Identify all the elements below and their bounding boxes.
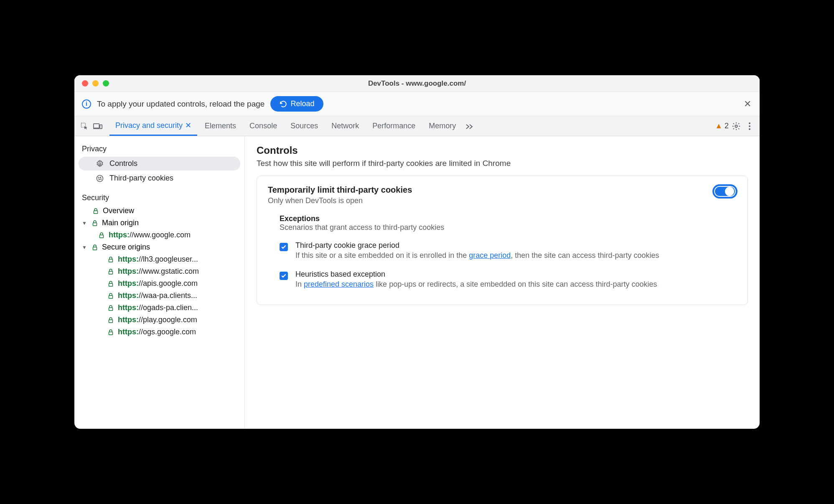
more-tabs-icon[interactable] <box>463 120 475 132</box>
lock-icon <box>107 268 114 275</box>
card-title: Temporarily limit third-party cookies <box>268 185 713 195</box>
tab-console[interactable]: Console <box>244 116 283 136</box>
device-toolbar-icon[interactable] <box>92 120 104 132</box>
origin-host: //ogads-pa.clien... <box>139 303 198 312</box>
close-window-button[interactable] <box>82 80 88 87</box>
tab-label: Performance <box>372 122 415 130</box>
sidebar-item-overview[interactable]: Overview <box>74 205 244 217</box>
origin-main[interactable]: https://www.google.com <box>74 229 244 241</box>
gear-icon <box>95 160 104 168</box>
lock-icon <box>107 280 114 288</box>
lock-icon <box>91 244 99 251</box>
exceptions-subtitle: Scenarios that grant access to third-par… <box>268 223 737 232</box>
sidebar: Privacy Controls Third-party cookies Sec… <box>74 136 245 429</box>
minimize-window-button[interactable] <box>92 80 99 87</box>
titlebar: DevTools - www.google.com/ <box>74 75 760 92</box>
tab-elements[interactable]: Elements <box>199 116 242 136</box>
origin-item[interactable]: https://lh3.googleuser... <box>74 253 244 265</box>
infobar-message: To apply your updated controls, reload t… <box>97 99 264 109</box>
infobar-close-icon[interactable]: ✕ <box>743 99 752 109</box>
svg-point-11 <box>99 179 100 180</box>
tree-secure-origins[interactable]: ▼ Secure origins <box>74 241 244 253</box>
tab-sources[interactable]: Sources <box>285 116 324 136</box>
origin-item[interactable]: https://ogads-pa.clien... <box>74 302 244 314</box>
sidebar-item-label: Overview <box>103 206 134 215</box>
origin-scheme: https: <box>118 303 139 312</box>
reload-button[interactable]: Reload <box>270 96 323 112</box>
sidebar-item-third-party-cookies[interactable]: Third-party cookies <box>79 171 240 185</box>
tabbar: Privacy and security ✕ Elements Console … <box>74 116 760 136</box>
tree-label: Main origin <box>102 219 139 227</box>
origin-item[interactable]: https://ogs.google.com <box>74 326 244 338</box>
svg-point-5 <box>749 125 750 127</box>
origin-item[interactable]: https://www.gstatic.com <box>74 265 244 277</box>
exception-description: If this site or a site embedded on it is… <box>295 250 737 261</box>
toggle-knob <box>725 187 734 196</box>
maximize-window-button[interactable] <box>103 80 109 87</box>
origin-host: //www.google.com <box>130 231 191 239</box>
lock-icon <box>91 219 99 227</box>
reload-button-label: Reload <box>290 99 314 108</box>
svg-point-3 <box>735 125 737 127</box>
sidebar-heading-security: Security <box>74 191 244 205</box>
warning-count: 2 <box>725 122 729 130</box>
limit-cookies-toggle[interactable] <box>713 185 737 198</box>
tab-label: Elements <box>205 122 236 130</box>
origin-item[interactable]: https://waa-pa.clients... <box>74 290 244 302</box>
predefined-scenarios-link[interactable]: predefined scenarios <box>304 280 374 288</box>
heuristics-checkbox[interactable] <box>280 272 288 280</box>
lock-icon <box>107 304 114 312</box>
svg-rect-16 <box>93 247 97 250</box>
tree-main-origin[interactable]: ▼ Main origin <box>74 217 244 229</box>
svg-rect-20 <box>109 295 113 298</box>
caret-down-icon: ▼ <box>82 244 88 250</box>
kebab-menu-icon[interactable] <box>744 120 755 132</box>
svg-rect-19 <box>109 283 113 286</box>
svg-point-9 <box>99 177 99 178</box>
window-controls <box>74 80 109 87</box>
warning-icon: ▲ <box>715 122 722 130</box>
svg-rect-21 <box>109 308 113 311</box>
lock-icon <box>107 292 114 300</box>
origin-host: //lh3.googleuser... <box>139 255 198 263</box>
svg-point-6 <box>749 128 750 130</box>
sidebar-item-label: Controls <box>109 159 137 168</box>
svg-point-10 <box>100 177 101 178</box>
svg-point-7 <box>99 163 101 165</box>
settings-icon[interactable] <box>730 120 742 132</box>
origin-scheme: https: <box>109 231 130 239</box>
exception-grace-period: Third-party cookie grace period If this … <box>268 238 737 267</box>
tab-label: Sources <box>290 122 318 130</box>
sidebar-item-controls[interactable]: Controls <box>79 157 240 171</box>
svg-rect-13 <box>94 211 98 214</box>
tab-label: Memory <box>429 122 456 130</box>
caret-down-icon: ▼ <box>82 220 88 226</box>
svg-rect-15 <box>100 235 104 238</box>
origin-item[interactable]: https://apis.google.com <box>74 277 244 290</box>
svg-point-8 <box>97 175 103 181</box>
tree-label: Secure origins <box>102 243 150 252</box>
svg-rect-17 <box>109 259 113 262</box>
svg-rect-22 <box>109 320 113 323</box>
exception-description: In predefined scenarios like pop-ups or … <box>295 279 737 290</box>
origin-item[interactable]: https://play.google.com <box>74 314 244 326</box>
grace-period-checkbox[interactable] <box>280 243 288 251</box>
tab-privacy-and-security[interactable]: Privacy and security ✕ <box>109 116 197 136</box>
grace-period-link[interactable]: grace period <box>469 251 511 260</box>
tab-network[interactable]: Network <box>325 116 365 136</box>
inspect-element-icon[interactable] <box>79 120 90 132</box>
tab-performance[interactable]: Performance <box>366 116 421 136</box>
tab-close-icon[interactable]: ✕ <box>185 121 191 130</box>
tab-memory[interactable]: Memory <box>423 116 462 136</box>
svg-rect-1 <box>94 124 99 128</box>
sidebar-item-label: Third-party cookies <box>109 174 173 183</box>
tab-label: Privacy and security <box>115 121 183 130</box>
origin-scheme: https: <box>118 291 139 300</box>
svg-rect-18 <box>109 271 113 274</box>
warnings-badge[interactable]: ▲ 2 <box>715 122 729 130</box>
infobar: i To apply your updated controls, reload… <box>74 92 760 116</box>
tab-label: Network <box>331 122 359 130</box>
cookie-icon <box>95 174 104 183</box>
origin-scheme: https: <box>118 279 139 288</box>
origin-host: //ogs.google.com <box>139 328 196 336</box>
